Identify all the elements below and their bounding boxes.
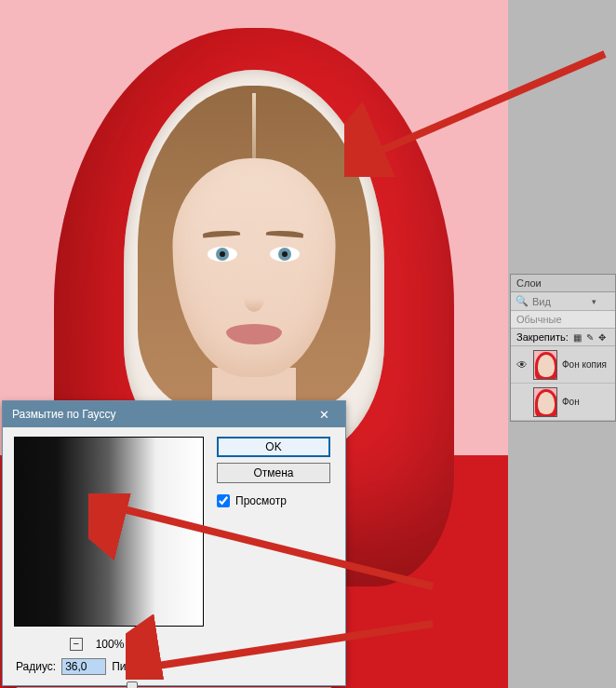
lock-move-icon[interactable]: ✥	[598, 332, 606, 343]
image-nose	[244, 284, 264, 312]
preview-checkbox[interactable]	[217, 494, 230, 507]
layer-name-label: Фон копия	[562, 359, 607, 370]
lock-label: Закрепить:	[516, 331, 569, 343]
radius-unit: Пикселы	[112, 660, 157, 673]
lock-brush-icon[interactable]: ✎	[586, 332, 594, 343]
dialog-title: Размытие по Гауссу	[12, 408, 115, 421]
layer-thumbnail[interactable]	[533, 350, 557, 380]
slider-thumb[interactable]	[127, 681, 138, 688]
search-icon: 🔍	[516, 295, 529, 307]
blend-mode-select[interactable]: Обычные	[511, 311, 615, 329]
close-icon: ✕	[319, 408, 329, 422]
layer-row-fon[interactable]: Фон	[511, 384, 615, 421]
dialog-close-button[interactable]: ✕	[304, 403, 343, 425]
layers-panel-tab[interactable]: Слои	[511, 275, 615, 292]
layers-panel: Слои 🔍 ▾ Обычные Закрепить: ▦ ✎ ✥ 👁 Фон …	[510, 274, 616, 422]
lock-row: Закрепить: ▦ ✎ ✥	[511, 329, 615, 346]
radius-slider[interactable]	[16, 681, 332, 688]
layer-name-label: Фон	[562, 397, 580, 407]
dialog-titlebar[interactable]: Размытие по Гауссу ✕	[3, 401, 345, 427]
chevron-down-icon: ▾	[592, 297, 596, 306]
preview-checkbox-row[interactable]: Просмотр	[217, 494, 330, 507]
cancel-button[interactable]: Отмена	[217, 463, 330, 483]
layers-filter-row: 🔍 ▾	[511, 292, 615, 311]
zoom-in-button[interactable]: +	[137, 638, 150, 651]
ok-button[interactable]: OK	[217, 437, 330, 457]
image-eye-right	[270, 247, 300, 262]
plus-icon: +	[141, 638, 146, 649]
zoom-percent: 100%	[96, 638, 125, 651]
gaussian-blur-dialog: Размытие по Гауссу ✕ OK Отмена Просмотр …	[2, 400, 346, 686]
lock-transparency-icon[interactable]: ▦	[573, 332, 582, 343]
radius-input[interactable]	[61, 658, 106, 675]
layer-row-fon-kopiya[interactable]: 👁 Фон копия	[511, 346, 615, 384]
zoom-out-button[interactable]: −	[70, 638, 83, 651]
layer-thumbnail[interactable]	[533, 387, 557, 417]
radius-label: Радиус:	[16, 660, 56, 673]
blur-preview[interactable]	[14, 437, 204, 627]
visibility-icon[interactable]: 👁	[516, 358, 529, 371]
preview-checkbox-label: Просмотр	[235, 494, 287, 507]
minus-icon: −	[73, 638, 78, 649]
layers-filter-input[interactable]	[532, 296, 588, 307]
image-eye-left	[208, 247, 237, 262]
